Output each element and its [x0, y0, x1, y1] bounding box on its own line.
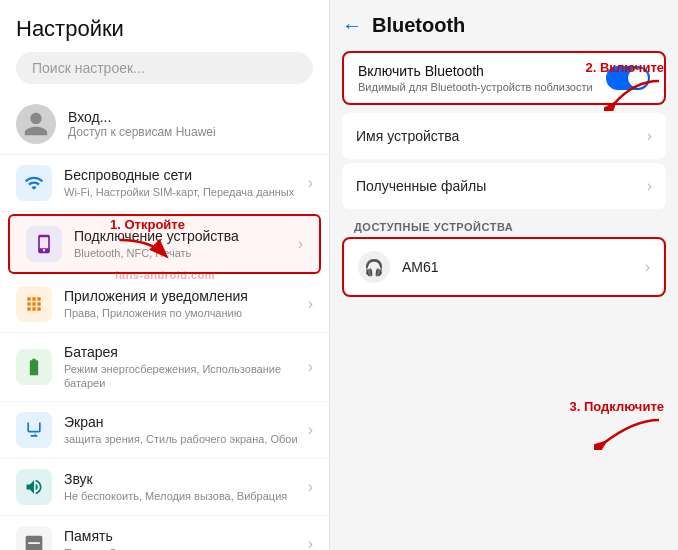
received-files-label: Полученные файлы — [356, 178, 486, 194]
settings-item-wireless[interactable]: Беспроводные сети Wi-Fi, Настройки SIM-к… — [0, 155, 329, 212]
profile-name: Вход... — [68, 109, 216, 125]
settings-item-sound[interactable]: Звук Не беспокоить, Мелодия вызова, Вибр… — [0, 459, 329, 516]
avatar — [16, 104, 56, 144]
settings-item-memory[interactable]: Память Память, Очистка памяти › — [0, 516, 329, 550]
memory-chevron: › — [308, 535, 313, 550]
bt-enable-main: Включить Bluetooth — [358, 63, 593, 79]
right-header: ← Bluetooth — [330, 0, 678, 47]
back-button[interactable]: ← — [342, 14, 362, 37]
screen-icon — [16, 412, 52, 448]
sound-sub: Не беспокоить, Мелодия вызова, Вибрация — [64, 489, 308, 503]
settings-item-apps[interactable]: Приложения и уведомления Права, Приложен… — [0, 276, 329, 333]
memory-icon — [16, 526, 52, 550]
apps-title: Приложения и уведомления — [64, 287, 308, 305]
bluetooth-toggle[interactable] — [606, 66, 650, 90]
device-name-chevron: › — [647, 127, 652, 145]
wireless-icon — [16, 165, 52, 201]
sound-chevron: › — [308, 478, 313, 496]
battery-title: Батарея — [64, 343, 308, 361]
received-files-chevron: › — [647, 177, 652, 195]
screen-title: Экран — [64, 413, 308, 431]
wireless-chevron: › — [308, 174, 313, 192]
settings-item-battery[interactable]: Батарея Режим энергосбережения, Использо… — [0, 333, 329, 402]
battery-chevron: › — [308, 358, 313, 376]
apps-chevron: › — [308, 295, 313, 313]
available-devices-header: ДОСТУПНЫЕ УСТРОЙСТВА — [330, 213, 678, 237]
apps-sub: Права, Приложения по умолчанию — [64, 306, 308, 320]
device-am61-item[interactable]: 🎧 AM61 › — [342, 237, 666, 297]
memory-title: Память — [64, 527, 308, 545]
wireless-sub: Wi-Fi, Настройки SIM-карт, Передача данн… — [64, 185, 308, 199]
received-files-item[interactable]: Полученные файлы › — [342, 163, 666, 209]
device-connect-icon — [26, 226, 62, 262]
bt-enable-section[interactable]: Включить Bluetooth Видимый для Bluetooth… — [342, 51, 666, 105]
profile-info: Вход... Доступ к сервисам Huawei — [68, 109, 216, 139]
settings-item-screen[interactable]: Экран защита зрения, Стиль рабочего экра… — [0, 402, 329, 459]
step3-label: 3. Подключите — [570, 399, 665, 414]
battery-sub: Режим энергосбережения, Использование ба… — [64, 362, 308, 391]
bluetooth-panel: ← Bluetooth Включить Bluetooth Видимый д… — [330, 0, 678, 550]
device-name-label: Имя устройства — [356, 128, 459, 144]
battery-text: Батарея Режим энергосбережения, Использо… — [64, 343, 308, 391]
bluetooth-title: Bluetooth — [372, 14, 465, 37]
sound-title: Звук — [64, 470, 308, 488]
page-title: Настройки — [0, 0, 329, 52]
device-am61-name: AM61 — [402, 259, 645, 275]
headphones-icon: 🎧 — [358, 251, 390, 283]
profile-sub: Доступ к сервисам Huawei — [68, 125, 216, 139]
device-connect-title: Подключение устройства — [74, 227, 298, 245]
wireless-title: Беспроводные сети — [64, 166, 308, 184]
screen-sub: защита зрения, Стиль рабочего экрана, Об… — [64, 432, 308, 446]
settings-panel: Настройки Поиск настроек... Вход... Дост… — [0, 0, 330, 550]
profile-row[interactable]: Вход... Доступ к сервисам Huawei — [0, 94, 329, 155]
screen-text: Экран защита зрения, Стиль рабочего экра… — [64, 413, 308, 446]
settings-item-device-connect[interactable]: Подключение устройства Bluetooth, NFC, П… — [8, 214, 321, 274]
apps-icon — [16, 286, 52, 322]
search-bar[interactable]: Поиск настроек... — [16, 52, 313, 84]
bt-enable-sub: Видимый для Bluetooth-устройств поблизос… — [358, 81, 593, 93]
memory-text: Память Память, Очистка памяти — [64, 527, 308, 550]
device-connect-text: Подключение устройства Bluetooth, NFC, П… — [74, 227, 298, 260]
sound-text: Звук Не беспокоить, Мелодия вызова, Вибр… — [64, 470, 308, 503]
device-am61-chevron: › — [645, 258, 650, 276]
search-placeholder: Поиск настроек... — [32, 60, 145, 76]
device-connect-sub: Bluetooth, NFC, Печать — [74, 246, 298, 260]
apps-text: Приложения и уведомления Права, Приложен… — [64, 287, 308, 320]
device-name-item[interactable]: Имя устройства › — [342, 113, 666, 159]
wireless-text: Беспроводные сети Wi-Fi, Настройки SIM-к… — [64, 166, 308, 199]
sound-icon — [16, 469, 52, 505]
settings-list: Беспроводные сети Wi-Fi, Настройки SIM-к… — [0, 155, 329, 550]
memory-sub: Память, Очистка памяти — [64, 546, 308, 550]
bt-enable-text: Включить Bluetooth Видимый для Bluetooth… — [358, 63, 593, 93]
screen-chevron: › — [308, 421, 313, 439]
device-connect-chevron: › — [298, 235, 303, 253]
battery-icon — [16, 349, 52, 385]
